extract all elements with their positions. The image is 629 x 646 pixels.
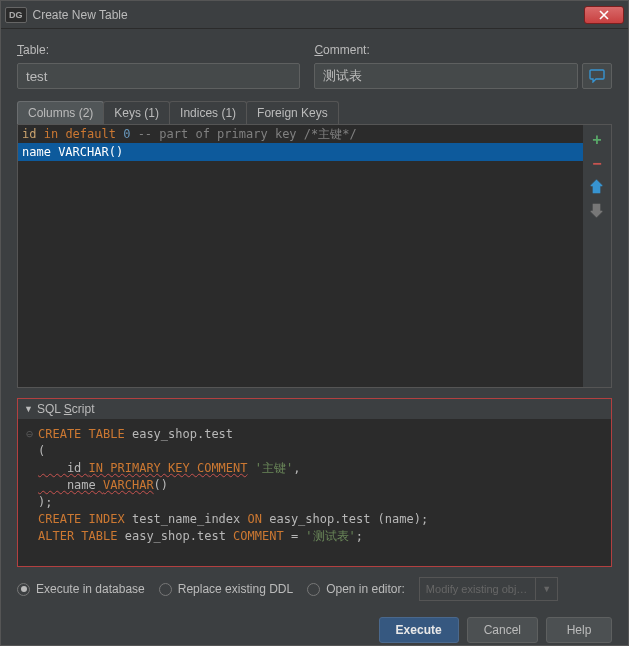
comment-label: Comment: xyxy=(314,43,612,57)
tab-columns[interactable]: Columns (2) xyxy=(17,101,104,124)
columns-list[interactable]: id in default 0 -- part of primary key /… xyxy=(18,125,583,387)
tab-indices[interactable]: Indices (1) xyxy=(169,101,247,124)
radio-open-editor[interactable]: Open in editor: xyxy=(307,582,405,596)
comment-input[interactable] xyxy=(314,63,578,89)
cancel-button[interactable]: Cancel xyxy=(467,617,538,643)
radio-label: Execute in database xyxy=(36,582,145,596)
table-field: Table: xyxy=(17,43,300,89)
sql-body[interactable]: ⊖CREATE TABLE easy_shop.test ( id IN PRI… xyxy=(18,420,611,566)
options-row: Execute in database Replace existing DDL… xyxy=(17,577,612,601)
add-column-button[interactable]: + xyxy=(592,131,601,149)
radio-replace-ddl[interactable]: Replace existing DDL xyxy=(159,582,293,596)
column-row[interactable]: id in default 0 -- part of primary key /… xyxy=(18,125,583,143)
radio-label: Replace existing DDL xyxy=(178,582,293,596)
sql-section: ▼ SQL Script ⊖CREATE TABLE easy_shop.tes… xyxy=(17,398,612,567)
tab-foreign-keys[interactable]: Foreign Keys xyxy=(246,101,339,124)
comment-field: Comment: xyxy=(314,43,612,89)
move-down-button[interactable]: 🡇 xyxy=(589,203,605,221)
form-area: Table: Comment: xyxy=(1,29,628,95)
execute-button[interactable]: Execute xyxy=(379,617,459,643)
radio-icon xyxy=(307,583,320,596)
tab-keys[interactable]: Keys (1) xyxy=(103,101,170,124)
app-icon: DG xyxy=(5,7,27,23)
tabs: Columns (2) Keys (1) Indices (1) Foreign… xyxy=(17,101,612,124)
remove-column-button[interactable]: − xyxy=(592,155,601,173)
button-row: Execute Cancel Help xyxy=(1,601,628,646)
column-tools: + − 🡅 🡇 xyxy=(583,125,611,387)
editor-action-combo: Modify existing obj… ▼ xyxy=(419,577,558,601)
radio-icon xyxy=(159,583,172,596)
chevron-down-icon: ▼ xyxy=(542,584,551,594)
table-input[interactable] xyxy=(17,63,300,89)
columns-panel: id in default 0 -- part of primary key /… xyxy=(17,124,612,388)
caret-down-icon: ▼ xyxy=(24,404,33,414)
titlebar: DG Create New Table xyxy=(1,1,628,29)
radio-label: Open in editor: xyxy=(326,582,405,596)
expand-comment-button[interactable] xyxy=(582,63,612,89)
combo-text: Modify existing obj… xyxy=(426,583,528,595)
help-button[interactable]: Help xyxy=(546,617,612,643)
window-title: Create New Table xyxy=(33,8,585,22)
speech-bubble-icon xyxy=(589,69,605,83)
radio-icon xyxy=(17,583,30,596)
close-button[interactable] xyxy=(584,6,624,24)
column-row[interactable]: name VARCHAR() xyxy=(18,143,583,161)
radio-execute-db[interactable]: Execute in database xyxy=(17,582,145,596)
sql-header[interactable]: ▼ SQL Script xyxy=(18,399,611,420)
table-label: Table: xyxy=(17,43,300,57)
move-up-button[interactable]: 🡅 xyxy=(589,179,605,197)
